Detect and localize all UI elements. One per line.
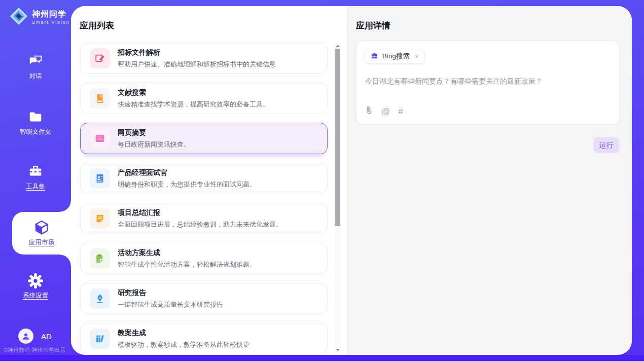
user-account[interactable]: AD (18, 329, 52, 344)
tool-tag-label: Bing搜索 (382, 52, 410, 61)
gear-icon (0, 273, 71, 288)
list-scrollbar[interactable] (334, 43, 341, 353)
app-card-web-summary[interactable]: </> 网页摘要 每日政府新闻资讯快查。 (80, 123, 328, 154)
prompt-text[interactable]: 今日湖北有哪些新闻要点？有哪些需要关注的最新政策？ (365, 77, 609, 87)
app-card-lesson-plan[interactable]: 教案生成 模板驱动，教案秒成，教学准备从此轻松快捷 (80, 323, 328, 354)
main-container: 应用列表 招标文件解析 帮助用户快速、准确地理解和解析招标书中的关键信息 (71, 6, 632, 355)
scroll-up-icon[interactable] (334, 43, 341, 49)
avatar (18, 329, 33, 344)
scrollbar-thumb[interactable] (335, 49, 340, 226)
sidebar-item-label: 系统设置 (0, 292, 71, 300)
sidebar-item-app-market[interactable]: 应用市场 (12, 212, 71, 255)
app-card-title: 产品经理面试官 (118, 168, 256, 177)
app-card-title: 研究报告 (118, 288, 223, 298)
briefcase-icon (371, 52, 378, 61)
close-icon[interactable]: × (415, 53, 419, 60)
app-card-literature-search[interactable]: 文献搜索 快速精准查找学术资源，提高研究效率的必备工具。 (80, 83, 328, 114)
scroll-down-icon[interactable] (334, 347, 341, 353)
copyright-footer: ©神州数码·神州问学出品 (4, 346, 75, 354)
app-card-title: 教案生成 (118, 329, 249, 338)
app-card-title: 活动方案生成 (118, 248, 256, 258)
app-card-title: 招标文件解析 (118, 48, 276, 57)
app-list-panel: 应用列表 招标文件解析 帮助用户快速、准确地理解和解析招标书中的关键信息 (71, 6, 347, 355)
app-card-desc: 每日政府新闻资讯快查。 (118, 140, 190, 149)
app-card-pm-interviewer[interactable]: 产品经理面试官 明确身份和职责，为您提供专业性的面试问题。 (80, 163, 328, 194)
app-card-desc: 帮助用户快速、准确地理解和解析招标书中的关键信息 (118, 60, 276, 69)
tool-tag-bing-search[interactable]: Bing搜索 × (365, 49, 425, 64)
app-card-list: 招标文件解析 帮助用户快速、准确地理解和解析招标书中的关键信息 文献搜索 快速精… (80, 43, 328, 355)
svg-text:</>: </> (97, 138, 103, 141)
sidebar-item-smart-folder[interactable]: 智能文件夹 (0, 109, 71, 136)
sidebar: 神州问学 Smart Vision 对话 智能文件夹 (0, 0, 71, 355)
sidebar-item-label: 工具集 (0, 183, 71, 191)
user-initials: AD (41, 332, 52, 341)
folder-icon (0, 109, 71, 124)
cube-icon (33, 220, 50, 235)
diamond-logo-icon (9, 7, 28, 28)
interview-doc-icon (90, 168, 110, 189)
clipboard-check-icon (90, 248, 110, 269)
app-card-desc: 一键智能生成高质量长文本研究报告 (118, 300, 223, 309)
app-list-title: 应用列表 (80, 20, 114, 31)
brand-tagline: Smart Vision (32, 20, 70, 25)
brand-logo: 神州问学 Smart Vision (9, 7, 70, 28)
app-card-bid-parsing[interactable]: 招标文件解析 帮助用户快速、准确地理解和解析招标书中的关键信息 (80, 43, 328, 74)
sidebar-item-toolbox[interactable]: 工具集 (0, 164, 71, 191)
app-card-title: 文献搜索 (118, 88, 269, 97)
prompt-input-card[interactable]: Bing搜索 × 今日湖北有哪些新闻要点？有哪些需要关注的最新政策？ @ # (356, 41, 620, 125)
run-button[interactable]: 运行 (593, 137, 619, 153)
sidebar-item-label: 智能文件夹 (0, 128, 71, 136)
app-card-desc: 快速精准查找学术资源，提高研究效率的必备工具。 (118, 100, 269, 109)
sidebar-item-chat[interactable]: 对话 (0, 53, 71, 81)
brand-name: 神州问学 (32, 10, 70, 19)
chat-icon (0, 53, 71, 68)
app-card-desc: 明确身份和职责，为您提供专业性的面试问题。 (118, 180, 256, 189)
edit-document-icon (90, 48, 110, 68)
attachment-toolbar: @ # (365, 105, 403, 117)
toolbox-icon (0, 164, 71, 179)
app-card-desc: 模板驱动，教案秒成，教学准备从此轻松快捷 (118, 340, 249, 349)
app-card-title: 网页摘要 (118, 128, 190, 137)
ink-pen-icon (90, 288, 110, 309)
book-icon (90, 88, 110, 108)
sidebar-item-label: 对话 (0, 72, 71, 81)
app-card-research-report[interactable]: 研究报告 一键智能生成高质量长文本研究报告 (80, 283, 328, 314)
browser-code-icon: </> (90, 128, 110, 149)
at-icon[interactable]: @ (381, 107, 390, 116)
app-card-desc: 全面回顾项目进展，总结经验教训，助力未来优化发展。 (118, 220, 282, 229)
app-detail-panel: 应用详情 Bing搜索 × 今日湖北有哪些新闻要点？有哪些需要关注的最新政策？ (347, 6, 632, 355)
books-icon (90, 329, 110, 349)
app-card-event-plan[interactable]: 活动方案生成 智能生成个性化活动方案，轻松解决规划难题。 (80, 243, 328, 274)
sidebar-item-settings[interactable]: 系统设置 (0, 273, 71, 300)
bottom-frame-bar (0, 355, 644, 361)
hash-icon[interactable]: # (398, 107, 403, 116)
paperclip-icon[interactable] (365, 105, 373, 117)
app-card-desc: 智能生成个性化活动方案，轻松解决规划难题。 (118, 260, 256, 269)
sidebar-item-label: 应用市场 (29, 238, 54, 247)
app-card-project-summary[interactable]: 项目总结汇报 全面回顾项目进展，总结经验教训，助力未来优化发展。 (80, 203, 328, 234)
note-icon (90, 208, 110, 229)
app-detail-title: 应用详情 (356, 20, 390, 31)
app-card-title: 项目总结汇报 (118, 208, 282, 218)
